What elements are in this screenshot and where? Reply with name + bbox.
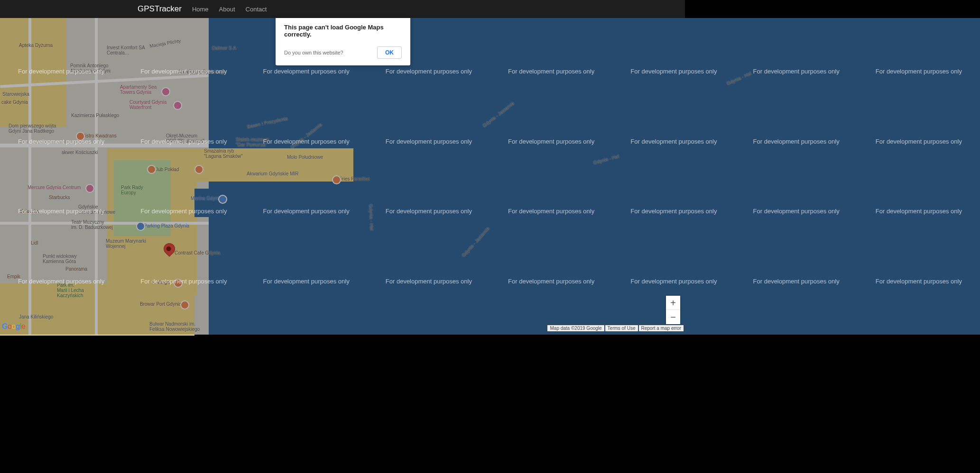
poi-panorama: Panorama: [65, 266, 87, 272]
poi-browar: Browar Port Gdynia: [140, 301, 181, 307]
nav-contact[interactable]: Contact: [246, 6, 267, 13]
poi-smazalnia: Smażalnia ryb "Laguna Smaków": [204, 148, 243, 159]
street-kilinskiego: Jana Kilińskiego: [19, 314, 53, 319]
modal-title: This page can't load Google Maps correct…: [284, 24, 402, 38]
poi-invest: Invest Komfort SA Centrala…: [107, 45, 145, 55]
poi-dalmor: Dalmor S A: [212, 45, 236, 51]
poi-dot: [161, 87, 170, 96]
poi-park-rady: Park Rady Europy: [121, 185, 143, 195]
poi-empik: Empik: [7, 274, 20, 279]
zoom-in-button[interactable]: +: [666, 296, 680, 310]
poi-marina: Marina Gdynia: [191, 196, 222, 201]
attr-terms[interactable]: Terms of Use: [605, 325, 638, 331]
poi-mercure: Mercure Gdynia Centrum: [28, 185, 81, 190]
nav-about[interactable]: About: [219, 6, 235, 13]
poi-dot: [194, 165, 203, 174]
map-attribution: Map data ©2019 Google Terms of Use Repor…: [547, 325, 684, 331]
street-pulaskiego: Kazimierza Pułaskiego: [71, 113, 119, 118]
ferry-jastarnia-1: Gdynia - Jastarnia: [289, 122, 323, 150]
poi-kosciuszki: skwer Kościuszki: [62, 150, 98, 155]
poi-muzeum-mw: Muzeum Marynarki Wojennej: [106, 238, 146, 249]
label-basen: Basen I Prezydenta: [247, 116, 288, 129]
poi-minga: F. Minga: [152, 280, 170, 285]
street-rybickiego: Arkadiusza Rybickiego: [178, 69, 226, 74]
zoom-control: + −: [666, 296, 680, 324]
map-tiles: Apteka Dyżurna Invest Komfort SA Central…: [0, 18, 980, 335]
poi-cake: cake Gdynia: [1, 100, 28, 105]
map[interactable]: Apteka Dyżurna Invest Komfort SA Central…: [0, 18, 980, 335]
poi-dot: [76, 132, 85, 141]
poi-fries: Fries Paradise: [339, 176, 370, 182]
poi-dot: [173, 101, 182, 110]
modal-question[interactable]: Do you own this website?: [284, 50, 343, 55]
poi-seatowers: Apartamenty Sea Towers Gdynia: [120, 84, 157, 95]
poi-contrast: Contrast Cafe Gdynia: [175, 250, 220, 255]
poi-lidl: Lidl: [31, 240, 38, 246]
zoom-out-button[interactable]: −: [666, 310, 680, 324]
ferry-hel-3: Gdynia - Hel: [726, 71, 752, 86]
poi-dot: [136, 222, 145, 231]
poi-park-marii: Park im. Marii i Lecha Kaczyńskich: [57, 282, 84, 298]
attr-report[interactable]: Report a map error: [639, 325, 684, 331]
poi-dot: [85, 184, 94, 193]
maps-error-modal: This page can't load Google Maps correct…: [276, 18, 410, 65]
poi-sztuczka: Sztuczka: [20, 209, 39, 214]
street-starowiejska: Starowiejska: [2, 91, 29, 97]
poi-parking: Parking Plaza Gdynia: [144, 223, 189, 228]
poi-dot: [147, 165, 156, 174]
poi-statek: Statek-muzeum "Dar Pomorza": [236, 137, 269, 147]
poi-dot: [332, 175, 341, 184]
poi-molo: Molo Południowe: [287, 155, 323, 160]
poi-starbucks: Starbucks: [49, 195, 70, 200]
ferry-jastarnia-2: Gdynia - Jastarnia: [461, 226, 490, 258]
poi-dot: [174, 279, 183, 288]
poi-dot: [218, 195, 227, 204]
poi-bistro: Bistro Kwadrans: [82, 133, 117, 138]
poi-dot: [180, 300, 189, 309]
ferry-hel-2: Gdynia - Hel: [593, 154, 620, 165]
poi-courtyard: Courtyard Gdynia Waterfront: [129, 100, 166, 110]
poi-apteka: Apteka Dyżurna: [19, 43, 53, 48]
poi-widokowy: Punkt widokowy Kamienna Góra: [43, 254, 77, 264]
brand: GPSTracker: [138, 4, 182, 14]
poi-okret: Okręt-Muzeum ORP "Błyskawica": [166, 133, 204, 144]
attr-mapdata[interactable]: Map data ©2019 Google: [547, 325, 604, 331]
poi-filmowe: Gdyńskie Centrum Filmowe: [78, 204, 115, 215]
navbar: GPSTracker Home About Contact: [0, 0, 685, 18]
poi-pomnik: Pomnik Antoniego Abrahama w Gdyni: [70, 63, 111, 73]
ok-button[interactable]: OK: [377, 46, 402, 59]
poi-teatr: Teatr Muzyczny im. D. Baduszkowej: [71, 219, 113, 230]
google-logo: Google: [2, 322, 26, 331]
poi-bulwar: Bulwar Nadmorski im. Feliksa Nowowiejski…: [149, 321, 200, 332]
poi-akwarium: Akwarium Gdyńskie MIR: [247, 171, 298, 176]
ferry-hel-1: Gdynia - Hel: [368, 204, 374, 231]
poi-wojt: Dom pierwszego wójta Gdyni Jana Radtkego: [9, 123, 56, 134]
poi-poklad: Klub Pokład: [154, 167, 179, 172]
ferry-jastarnia-3: Gdynia - Jastarnia: [481, 100, 515, 128]
nav-home[interactable]: Home: [192, 6, 209, 13]
